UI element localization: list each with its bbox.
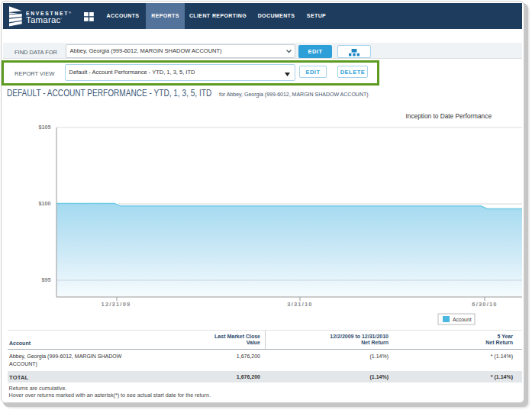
svg-text:Inception to Date Performance: Inception to Date Performance (405, 112, 492, 120)
svg-text:6/30/10: 6/30/10 (472, 301, 497, 308)
svg-text:Account: Account (453, 317, 472, 322)
svg-text:$95: $95 (42, 276, 51, 283)
svg-text:$105: $105 (39, 124, 51, 131)
svg-text:$100: $100 (39, 200, 51, 207)
svg-text:3/31/10: 3/31/10 (287, 301, 312, 308)
svg-text:12/31/09: 12/31/09 (102, 301, 131, 308)
